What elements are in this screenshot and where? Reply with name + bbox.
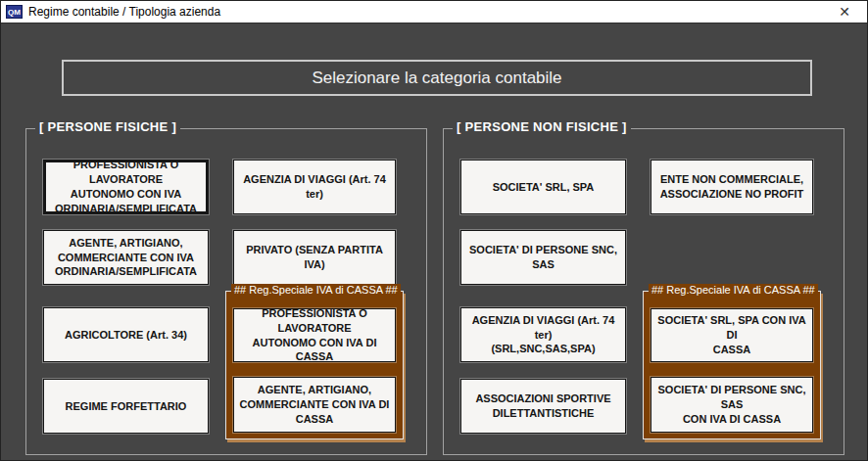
group-persone-fisiche: [ PERSONE FISICHE ] PROFESSIONISTA O LAV… bbox=[25, 128, 427, 455]
group-persone-non-fisiche-legend: [ PERSONE NON FISICHE ] bbox=[453, 119, 631, 134]
btn-agenzia-viaggi[interactable]: AGENZIA DI VIAGGI (Art. 74 ter) bbox=[233, 160, 396, 214]
frame-iva-cassa-non-fisiche-legend: ## Reg.Speciale IVA di CASSA ## bbox=[649, 284, 818, 296]
frame-iva-cassa-non-fisiche: ## Reg.Speciale IVA di CASSA ## SOCIETA'… bbox=[643, 291, 821, 439]
group-persone-non-fisiche: [ PERSONE NON FISICHE ] SOCIETA' SRL, SP… bbox=[443, 128, 844, 455]
frame-iva-cassa-fisiche: ## Reg.Speciale IVA di CASSA ## PROFESSI… bbox=[225, 291, 404, 439]
header-banner: Selezionare la categoria contabile bbox=[62, 60, 812, 96]
btn-societa-persone-snc-sas[interactable]: SOCIETA' DI PERSONE SNC, SAS bbox=[460, 230, 626, 285]
btn-societa-persone-iva-cassa[interactable]: SOCIETA' DI PERSONE SNC, SAS CON IVA DI … bbox=[651, 377, 813, 433]
btn-agente-iva-ordinaria[interactable]: AGENTE, ARTIGIANO, COMMERCIANTE CON IVA … bbox=[43, 230, 209, 285]
frame-iva-cassa-fisiche-legend: ## Reg.Speciale IVA di CASSA ## bbox=[231, 284, 401, 296]
btn-regime-forfettario[interactable]: REGIME FORFETTARIO bbox=[43, 379, 209, 434]
btn-agricoltore[interactable]: AGRICOLTORE (Art. 34) bbox=[43, 307, 209, 362]
qm-app-icon: QM bbox=[6, 5, 23, 19]
btn-privato-senza-partita-iva[interactable]: PRIVATO (SENZA PARTITA IVA) bbox=[233, 230, 396, 285]
group-persone-fisiche-legend: [ PERSONE FISICHE ] bbox=[35, 119, 180, 134]
btn-agenzia-viaggi-societa[interactable]: AGENZIA DI VIAGGI (Art. 74 ter) (SRL,SNC… bbox=[460, 307, 626, 362]
window-title: Regime contabile / Tipologia azienda bbox=[28, 5, 220, 19]
btn-agente-iva-cassa[interactable]: AGENTE, ARTIGIANO, COMMERCIANTE CON IVA … bbox=[233, 377, 396, 433]
btn-associazioni-sportive[interactable]: ASSOCIAZIONI SPORTIVE DILETTANTISTICHE bbox=[460, 379, 626, 434]
close-icon[interactable]: ✕ bbox=[822, 1, 867, 23]
btn-societa-srl-spa-iva-cassa[interactable]: SOCIETA' SRL, SPA CON IVA DI CASSA bbox=[651, 308, 813, 362]
page-title: Selezionare la categoria contabile bbox=[312, 69, 561, 88]
titlebar: QM Regime contabile / Tipologia azienda … bbox=[1, 1, 867, 23]
btn-professionista-iva-cassa[interactable]: PROFESSIONISTA O LAVORATORE AUTONOMO CON… bbox=[233, 308, 396, 362]
dialog-regime-contabile: QM Regime contabile / Tipologia azienda … bbox=[0, 0, 868, 461]
btn-professionista-iva-ordinaria[interactable]: PROFESSIONISTA O LAVORATORE AUTONOMO CON… bbox=[43, 160, 209, 214]
btn-ente-non-commerciale[interactable]: ENTE NON COMMERCIALE, ASSOCIAZIONE NO PR… bbox=[651, 160, 813, 214]
btn-societa-srl-spa[interactable]: SOCIETA' SRL, SPA bbox=[460, 160, 626, 214]
